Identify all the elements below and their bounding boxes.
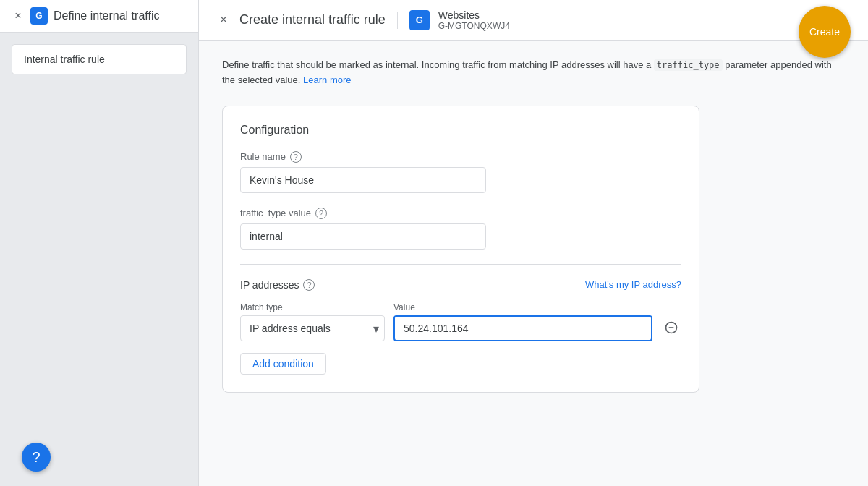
background-panel: × G Define internal traffic Internal tra…: [0, 0, 199, 486]
config-title: Configuration: [240, 124, 681, 137]
bg-panel-icon: G: [30, 7, 48, 25]
modal-description: Define traffic that should be marked as …: [222, 58, 845, 88]
bg-panel-title: Define internal traffic: [54, 9, 159, 22]
modal-service-name: Websites: [438, 9, 510, 21]
ip-section-header: IP addresses ? What's my IP address?: [240, 279, 681, 291]
rule-name-group: Rule name ?: [240, 151, 681, 193]
rule-name-label: Rule name ?: [240, 151, 681, 163]
bg-panel-body: Internal traffic rule: [0, 33, 198, 86]
value-field-label: Value: [393, 302, 652, 312]
bg-panel-close-button[interactable]: ×: [12, 9, 25, 22]
traffic-type-help-icon[interactable]: ?: [315, 208, 327, 219]
condition-row: Match type IP address equals IP address …: [240, 302, 681, 341]
ip-section-title-text: IP addresses: [240, 279, 299, 291]
description-text-1: Define traffic that should be marked as …: [222, 59, 654, 70]
rule-name-input[interactable]: [240, 167, 486, 193]
traffic-type-label: traffic_type value ?: [240, 208, 681, 219]
remove-condition-button[interactable]: [661, 317, 681, 338]
traffic-type-input[interactable]: [240, 223, 486, 250]
traffic-type-group: traffic_type value ?: [240, 208, 681, 250]
modal-header: × Create internal traffic rule G Website…: [199, 0, 868, 40]
modal-title: Create internal traffic rule: [239, 12, 386, 27]
bg-panel-card: Internal traffic rule: [12, 44, 187, 74]
rule-name-help-icon[interactable]: ?: [290, 151, 302, 163]
modal-panel: × Create internal traffic rule G Website…: [199, 0, 868, 486]
create-button[interactable]: Create: [799, 6, 851, 58]
bg-panel-header: × G Define internal traffic: [0, 0, 198, 33]
modal-header-divider: [397, 12, 398, 29]
value-group: Value: [393, 302, 652, 341]
whats-my-ip-link[interactable]: What's my IP address?: [585, 279, 681, 290]
modal-service-icon: G: [409, 10, 430, 30]
modal-service-id: G-MGTONQXWJ4: [438, 21, 510, 31]
value-input[interactable]: [393, 315, 652, 341]
ip-section-title: IP addresses ?: [240, 279, 315, 291]
modal-close-button[interactable]: ×: [216, 13, 231, 27]
match-type-group: Match type IP address equals IP address …: [240, 302, 385, 341]
ip-help-icon[interactable]: ?: [303, 279, 315, 291]
modal-body: Define traffic that should be marked as …: [199, 40, 868, 486]
rule-name-label-text: Rule name: [240, 151, 286, 162]
section-divider: [240, 264, 681, 265]
learn-more-link[interactable]: Learn more: [303, 74, 351, 85]
add-condition-button[interactable]: Add condition: [240, 353, 326, 375]
match-type-field-label: Match type: [240, 302, 385, 312]
help-button[interactable]: ?: [22, 443, 51, 472]
match-type-select[interactable]: IP address equals IP address begins with: [240, 315, 385, 341]
modal-service-info: Websites G-MGTONQXWJ4: [438, 9, 510, 31]
configuration-card: Configuration Rule name ? traffic_type v…: [222, 106, 699, 393]
match-type-select-wrapper: IP address equals IP address begins with…: [240, 315, 385, 341]
minus-circle-icon: [664, 320, 678, 335]
code-snippet: traffic_type: [654, 59, 723, 71]
traffic-type-label-text: traffic_type value: [240, 208, 311, 218]
